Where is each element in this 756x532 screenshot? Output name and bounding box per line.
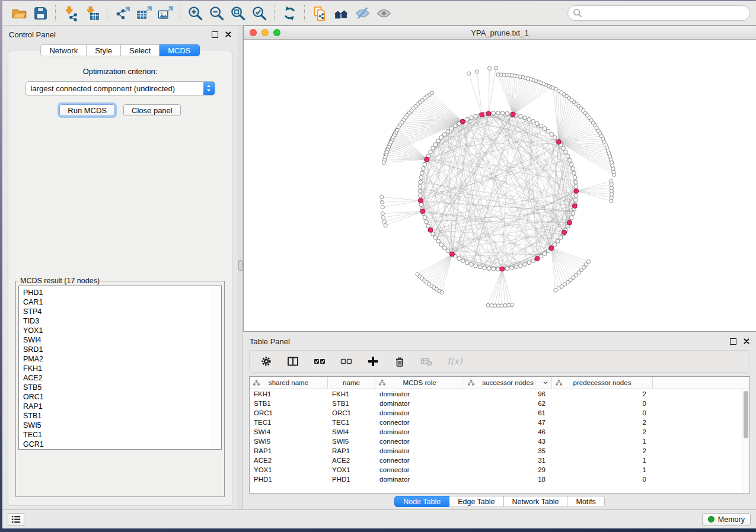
mcds-hub-node[interactable] bbox=[535, 257, 540, 261]
mcds-hub-node[interactable] bbox=[511, 112, 515, 117]
save-session-button[interactable] bbox=[30, 4, 51, 23]
select-all-button[interactable] bbox=[314, 355, 326, 367]
mcds-result-item[interactable]: TEC1 bbox=[23, 430, 221, 440]
tab-network-table[interactable]: Network Table bbox=[504, 496, 568, 507]
zoom-fit-button[interactable] bbox=[227, 4, 248, 23]
column-header-shared-name[interactable]: shared name bbox=[250, 377, 328, 389]
column-header-mcds-role[interactable]: MCDS role bbox=[375, 377, 464, 389]
mcds-result-item[interactable]: YOX1 bbox=[23, 326, 221, 335]
zoom-in-button[interactable] bbox=[184, 4, 206, 23]
open-file-button[interactable] bbox=[8, 4, 30, 23]
mcds-hub-node[interactable] bbox=[425, 157, 429, 162]
mcds-hub-node[interactable] bbox=[549, 246, 554, 251]
mcds-hub-node[interactable] bbox=[567, 220, 572, 225]
mcds-result-item[interactable]: PHD1 bbox=[23, 288, 221, 297]
mcds-hub-node[interactable] bbox=[460, 119, 465, 124]
mcds-hub-node[interactable] bbox=[572, 204, 577, 209]
mcds-result-list[interactable]: PHD1CAR1STP4TID3YOX1SWI4SRD1PMA2FKH1ACE2… bbox=[18, 286, 222, 450]
mcds-result-item[interactable]: RAP1 bbox=[23, 402, 221, 411]
mcds-result-item[interactable]: ORC1 bbox=[23, 392, 221, 402]
table-scrollbar[interactable] bbox=[742, 389, 749, 493]
add-column-button[interactable] bbox=[367, 355, 379, 367]
mcds-hub-node[interactable] bbox=[500, 267, 505, 271]
zoom-window-icon[interactable] bbox=[273, 29, 280, 36]
settings-button[interactable] bbox=[260, 355, 272, 367]
hide-selected-button[interactable] bbox=[352, 4, 373, 23]
tab-node-table[interactable]: Node Table bbox=[394, 496, 449, 507]
mcds-hub-node[interactable] bbox=[450, 252, 455, 257]
minimize-window-icon[interactable] bbox=[261, 29, 269, 36]
split-view-button[interactable] bbox=[287, 355, 299, 367]
table-row[interactable]: TEC1TEC1connector472 bbox=[250, 418, 749, 427]
mcds-hub-node[interactable] bbox=[428, 227, 433, 232]
network-window-titlebar[interactable]: YPA_prune.txt_1 bbox=[244, 26, 756, 40]
network-graph[interactable] bbox=[244, 40, 756, 331]
close-panel-button[interactable]: Close panel bbox=[123, 104, 181, 116]
mcds-hub-node[interactable] bbox=[486, 111, 491, 116]
search-box[interactable] bbox=[567, 5, 750, 21]
mcds-result-item[interactable]: SRD1 bbox=[23, 345, 221, 354]
duplicate-network-button[interactable] bbox=[309, 4, 330, 23]
float-panel-icon[interactable] bbox=[212, 31, 218, 38]
mcds-hub-node[interactable] bbox=[562, 230, 567, 235]
criterion-dropdown[interactable]: largest connected component (undirected) bbox=[25, 81, 215, 95]
mcds-result-item[interactable]: TID3 bbox=[23, 316, 221, 326]
tab-network[interactable]: Network bbox=[40, 44, 87, 56]
tab-motifs[interactable]: Motifs bbox=[567, 496, 604, 507]
mcds-hub-node[interactable] bbox=[480, 113, 484, 117]
first-neighbors-button[interactable] bbox=[330, 4, 352, 23]
table-row[interactable]: YOX1YOX1connector291 bbox=[250, 465, 749, 475]
mcds-result-item[interactable]: FKH1 bbox=[23, 364, 221, 373]
mcds-result-item[interactable]: PMA2 bbox=[23, 354, 221, 364]
show-all-button[interactable] bbox=[373, 4, 394, 23]
search-input[interactable] bbox=[585, 8, 745, 18]
tab-edge-table[interactable]: Edge Table bbox=[449, 496, 503, 507]
sort-chevron-icon[interactable] bbox=[543, 381, 548, 384]
zoom-selected-button[interactable] bbox=[248, 4, 270, 23]
tab-select[interactable]: Select bbox=[121, 44, 160, 56]
mcds-hub-node[interactable] bbox=[574, 188, 579, 193]
table-row[interactable]: FKH1FKH1dominator962 bbox=[250, 389, 749, 399]
table-row[interactable]: SWI5SWI5connector431 bbox=[250, 437, 749, 446]
export-network-button[interactable] bbox=[111, 4, 133, 23]
table-scrollbar-thumb[interactable] bbox=[744, 391, 748, 438]
network-nodes[interactable] bbox=[380, 66, 616, 307]
table-row[interactable]: ORC1ORC1dominator610 bbox=[250, 408, 749, 418]
table-row[interactable]: ACE2ACE2connector311 bbox=[250, 456, 749, 465]
splitter-handle-icon[interactable] bbox=[238, 260, 243, 271]
run-mcds-button[interactable]: Run MCDS bbox=[59, 104, 115, 116]
tab-style[interactable]: Style bbox=[87, 44, 121, 56]
import-network-file-button[interactable] bbox=[60, 4, 81, 23]
mcds-hub-node[interactable] bbox=[556, 140, 561, 145]
close-panel-icon[interactable] bbox=[225, 31, 231, 37]
mcds-result-item[interactable]: SWI4 bbox=[23, 335, 221, 345]
mcds-hub-node[interactable] bbox=[418, 198, 423, 203]
zoom-out-button[interactable] bbox=[206, 4, 227, 23]
export-table-button[interactable] bbox=[133, 4, 154, 23]
column-header-predecessor-nodes[interactable]: predecessor nodes bbox=[552, 377, 653, 389]
import-table-file-button[interactable] bbox=[81, 4, 103, 23]
tab-mcds[interactable]: MCDS bbox=[160, 44, 199, 56]
mcds-result-item[interactable]: SWI5 bbox=[23, 421, 221, 430]
mcds-result-item[interactable]: STB5 bbox=[23, 383, 221, 392]
network-canvas[interactable] bbox=[244, 40, 756, 331]
mcds-list-scrollbar[interactable] bbox=[212, 286, 221, 449]
table-row[interactable]: RAP1RAP1dominator352 bbox=[250, 446, 749, 456]
close-window-icon[interactable] bbox=[250, 29, 257, 36]
export-image-button[interactable] bbox=[154, 4, 176, 23]
deselect-all-button[interactable] bbox=[340, 355, 352, 367]
table-row[interactable]: STB1STB1dominator620 bbox=[250, 399, 749, 408]
mcds-result-item[interactable]: STP4 bbox=[23, 307, 221, 316]
task-history-button[interactable] bbox=[8, 513, 24, 526]
column-header-successor-nodes[interactable]: successor nodes bbox=[464, 377, 552, 389]
mcds-result-item[interactable]: CAR1 bbox=[23, 297, 221, 307]
mcds-result-item[interactable]: STB1 bbox=[23, 411, 221, 421]
table-row[interactable]: SWI4SWI4dominator462 bbox=[250, 427, 749, 437]
mcds-result-item[interactable]: GCR1 bbox=[23, 440, 221, 449]
refresh-view-button[interactable] bbox=[279, 4, 300, 23]
table-row[interactable]: PHD1PHD1dominator180 bbox=[250, 475, 749, 484]
memory-button[interactable]: Memory bbox=[702, 513, 751, 526]
panel-splitter[interactable] bbox=[238, 25, 243, 509]
close-panel-icon[interactable] bbox=[744, 338, 749, 344]
column-header-name[interactable]: name bbox=[328, 377, 375, 389]
